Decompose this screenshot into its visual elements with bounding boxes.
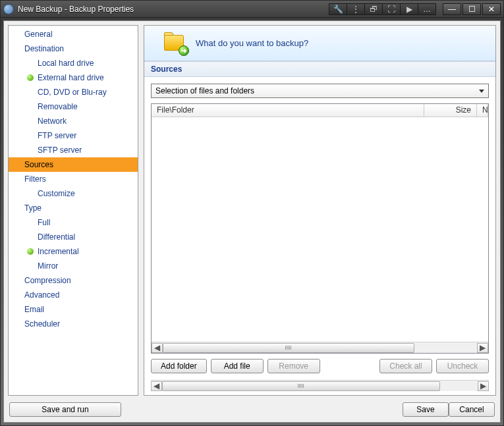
sidebar-item-destination[interactable]: Destination <box>9 41 138 56</box>
sidebar-item-label: Sources <box>24 160 53 169</box>
sidebar-item-label: Local hard drive <box>38 59 94 68</box>
table-button-row: Add folder Add file Remove Check all Unc… <box>151 359 489 373</box>
section-header-sources: Sources <box>144 61 495 77</box>
table-horizontal-scrollbar[interactable]: ◀ ▶ <box>152 342 488 353</box>
main-panel: ➜ What do you want to backup? Sources Se… <box>144 25 496 396</box>
client-area: GeneralDestinationLocal hard driveExtern… <box>3 20 501 423</box>
sidebar-item-label: Differential <box>38 232 75 242</box>
save-button[interactable]: Save <box>403 402 449 417</box>
app-icon <box>3 4 14 14</box>
dropdown-selected-label: Selection of files and folders <box>155 86 254 95</box>
scroll-left-button[interactable]: ◀ <box>151 381 162 391</box>
titlebar-tool-group: 🔧 ⋮ 🗗 ⛶ ▶ … — ☐ ✕ <box>329 3 501 15</box>
sidebar-item-compression[interactable]: Compression <box>9 273 138 288</box>
sidebar-item-cd-dvd-or-blu-ray[interactable]: CD, DVD or Blu-ray <box>9 85 138 99</box>
sidebar-item-label: Scheduler <box>24 319 60 329</box>
sidebar-item-advanced[interactable]: Advanced <box>9 288 138 302</box>
minimize-button[interactable]: — <box>443 3 461 15</box>
scroll-left-button[interactable]: ◀ <box>152 343 163 353</box>
sources-table: File\Folder Size N ◀ ▶ <box>151 103 489 354</box>
maximize-button[interactable]: ☐ <box>462 3 481 15</box>
col-header-size[interactable]: Size <box>424 104 477 117</box>
col-header-file[interactable]: File\Folder <box>152 104 424 117</box>
scroll-thumb[interactable] <box>162 381 440 391</box>
close-icon: ✕ <box>488 5 495 14</box>
sidebar-item-label: Compression <box>24 276 71 285</box>
ellipsis-icon: … <box>423 5 431 14</box>
sidebar-item-label: Mirror <box>38 261 58 271</box>
sidebar-item-label: Advanced <box>24 290 59 300</box>
banner-folder-icon: ➜ <box>164 34 186 53</box>
tool-dots-button[interactable]: ⋮ <box>347 3 365 15</box>
banner: ➜ What do you want to backup? <box>144 26 495 61</box>
tool-play-button[interactable]: ▶ <box>400 3 418 15</box>
bullet-icon <box>27 248 34 255</box>
add-file-button[interactable]: Add file <box>211 359 264 373</box>
sidebar-item-ftp-server[interactable]: FTP server <box>9 128 138 143</box>
restore-icon: 🗗 <box>370 5 378 14</box>
sidebar-item-type[interactable]: Type <box>9 201 138 215</box>
cancel-button[interactable]: Cancel <box>449 402 495 417</box>
sidebar-item-customize[interactable]: Customize <box>9 186 138 201</box>
banner-question: What do you want to backup? <box>196 38 308 48</box>
col-header-extra[interactable]: N <box>477 104 488 117</box>
scroll-right-button[interactable]: ▶ <box>477 343 488 353</box>
scroll-right-button[interactable]: ▶ <box>478 381 489 391</box>
sidebar-item-label: Full <box>38 218 50 227</box>
scroll-thumb[interactable] <box>163 343 414 353</box>
remove-button[interactable]: Remove <box>267 359 320 373</box>
tool-restore-button[interactable]: 🗗 <box>364 3 383 15</box>
sidebar-item-removable[interactable]: Removable <box>9 99 138 114</box>
tool-fullscreen-button[interactable]: ⛶ <box>382 3 401 15</box>
sidebar-item-label: FTP server <box>38 131 76 140</box>
chevron-right-icon: ▶ <box>480 381 486 390</box>
scroll-track[interactable] <box>163 343 477 353</box>
sidebar-item-sftp-server[interactable]: SFTP server <box>9 143 138 157</box>
grip-icon <box>285 346 292 350</box>
sidebar-item-email[interactable]: Email <box>9 302 138 317</box>
sidebar-item-incremental[interactable]: Incremental <box>9 244 138 259</box>
close-button[interactable]: ✕ <box>482 3 501 15</box>
minimize-icon: — <box>448 5 456 14</box>
sidebar-item-filters[interactable]: Filters <box>9 172 138 186</box>
scroll-track[interactable] <box>162 381 478 391</box>
sidebar-item-label: Filters <box>24 174 46 184</box>
sidebar-item-full[interactable]: Full <box>9 215 138 230</box>
sidebar-item-network[interactable]: Network <box>9 114 138 128</box>
tool-more-button[interactable]: … <box>418 3 436 15</box>
sidebar-item-label: General <box>24 30 53 39</box>
sidebar-item-label: External hard drive <box>38 73 104 82</box>
arrow-icon: ➜ <box>179 45 189 56</box>
sidebar-item-external-hard-drive[interactable]: External hard drive <box>9 70 138 85</box>
titlebar[interactable]: New Backup - Backup Properties 🔧 ⋮ 🗗 ⛶ ▶… <box>1 1 503 18</box>
source-type-dropdown[interactable]: Selection of files and folders <box>151 84 489 98</box>
panel-horizontal-scrollbar[interactable]: ◀ ▶ <box>151 380 489 391</box>
check-all-button[interactable]: Check all <box>379 359 432 373</box>
maximize-icon: ☐ <box>468 5 476 14</box>
grip-icon <box>298 384 304 388</box>
sidebar-item-mirror[interactable]: Mirror <box>9 259 138 273</box>
sidebar-item-label: CD, DVD or Blu-ray <box>38 88 107 97</box>
footer: Save and run Save Cancel <box>8 400 496 418</box>
sidebar-item-local-hard-drive[interactable]: Local hard drive <box>9 56 138 70</box>
table-header-row: File\Folder Size N <box>152 104 488 117</box>
sidebar-item-label: Destination <box>24 44 64 53</box>
play-icon: ▶ <box>406 5 412 14</box>
save-and-run-button[interactable]: Save and run <box>9 402 121 417</box>
window-title: New Backup - Backup Properties <box>18 5 329 14</box>
sidebar-item-scheduler[interactable]: Scheduler <box>9 317 138 331</box>
sidebar-item-sources[interactable]: Sources <box>9 157 138 172</box>
sidebar-item-label: Removable <box>38 102 78 111</box>
sidebar-item-label: Network <box>38 117 67 126</box>
sidebar-item-differential[interactable]: Differential <box>9 230 138 244</box>
main-body: Selection of files and folders File\Fold… <box>144 77 495 395</box>
tool-wrench-button[interactable]: 🔧 <box>329 3 347 15</box>
uncheck-all-button[interactable]: Uncheck <box>436 359 489 373</box>
bullet-icon <box>27 74 34 81</box>
add-folder-button[interactable]: Add folder <box>151 359 207 373</box>
sidebar-item-general[interactable]: General <box>9 27 138 41</box>
chevron-right-icon: ▶ <box>480 343 486 352</box>
fullscreen-icon: ⛶ <box>387 5 395 14</box>
window-frame: New Backup - Backup Properties 🔧 ⋮ 🗗 ⛶ ▶… <box>0 0 504 426</box>
sidebar-item-label: Incremental <box>38 247 79 256</box>
